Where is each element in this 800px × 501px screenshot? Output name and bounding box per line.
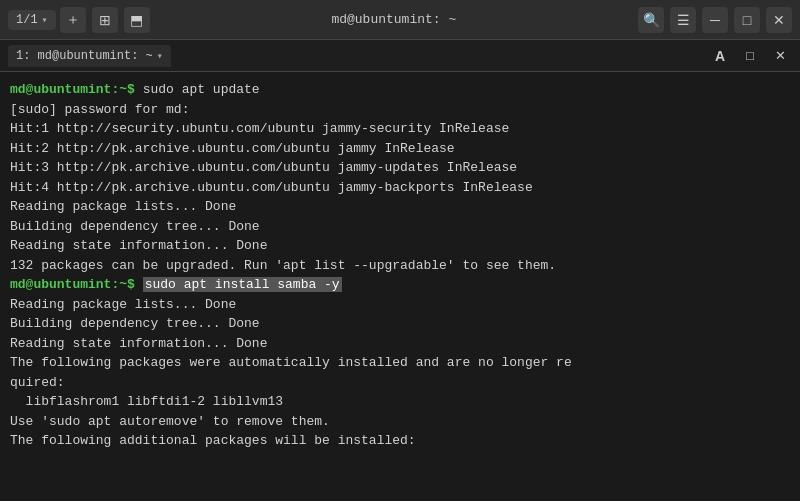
terminal-line: Hit:1 http://security.ubuntu.com/ubuntu … xyxy=(10,119,790,139)
tab-chevron-icon: ▾ xyxy=(42,14,48,26)
command: sudo apt update xyxy=(143,82,260,97)
new-tab-button[interactable]: ＋ xyxy=(60,7,86,33)
command-highlight: sudo apt install samba -y xyxy=(143,277,342,292)
terminal-line: Reading package lists... Done xyxy=(10,295,790,315)
prompt: md@ubuntumint:~$ xyxy=(10,82,143,97)
terminal-line: Reading state information... Done xyxy=(10,236,790,256)
close-tab-button[interactable]: ✕ xyxy=(768,44,792,68)
terminal-line: Hit:4 http://pk.archive.ubuntu.com/ubunt… xyxy=(10,178,790,198)
window-controls: 🔍 ☰ ─ □ ✕ xyxy=(638,7,792,33)
terminal-line: [sudo] password for md: xyxy=(10,100,790,120)
window-title: md@ubuntumint: ~ xyxy=(150,12,638,27)
terminal-line: Hit:2 http://pk.archive.ubuntu.com/ubunt… xyxy=(10,139,790,159)
terminal-line: Hit:3 http://pk.archive.ubuntu.com/ubunt… xyxy=(10,158,790,178)
text-size-button[interactable]: A xyxy=(708,44,732,68)
terminal-line: Use 'sudo apt autoremove' to remove them… xyxy=(10,412,790,432)
terminal-output[interactable]: md@ubuntumint:~$ sudo apt update[sudo] p… xyxy=(0,72,800,501)
terminal-line: Reading package lists... Done xyxy=(10,197,790,217)
terminal-line: Reading state information... Done xyxy=(10,334,790,354)
search-button[interactable]: 🔍 xyxy=(638,7,664,33)
tab-count[interactable]: 1/1 ▾ xyxy=(8,10,56,30)
terminal-line: 132 packages can be upgraded. Run 'apt l… xyxy=(10,256,790,276)
title-bar-actions: ＋ ⊞ ⬒ xyxy=(60,7,150,33)
terminal-line: quired: xyxy=(10,373,790,393)
terminal-line: The following additional packages will b… xyxy=(10,431,790,451)
tab-count-label: 1/1 xyxy=(16,13,38,27)
terminal-line: Building dependency tree... Done xyxy=(10,314,790,334)
minimize-button[interactable]: ─ xyxy=(702,7,728,33)
tab-chevron-icon: ▾ xyxy=(157,50,163,62)
active-tab-label: 1: md@ubuntumint: ~ xyxy=(16,49,153,63)
menu-button[interactable]: ☰ xyxy=(670,7,696,33)
tab-bar-right: A □ ✕ xyxy=(708,44,792,68)
action-button[interactable]: ⬒ xyxy=(124,7,150,33)
terminal-line: Building dependency tree... Done xyxy=(10,217,790,237)
terminal-line: libflashrom1 libftdi1-2 libllvm13 xyxy=(10,392,790,412)
close-button[interactable]: ✕ xyxy=(766,7,792,33)
maximize-button[interactable]: □ xyxy=(734,7,760,33)
terminal-line: md@ubuntumint:~$ sudo apt update xyxy=(10,80,790,100)
split-button[interactable]: ⊞ xyxy=(92,7,118,33)
tab-bar: 1: md@ubuntumint: ~ ▾ A □ ✕ xyxy=(0,40,800,72)
maximize-tab-button[interactable]: □ xyxy=(738,44,762,68)
tab-area: 1/1 ▾ xyxy=(8,10,56,30)
terminal-line: md@ubuntumint:~$ sudo apt install samba … xyxy=(10,275,790,295)
prompt: md@ubuntumint:~$ xyxy=(10,277,143,292)
title-bar: 1/1 ▾ ＋ ⊞ ⬒ md@ubuntumint: ~ 🔍 ☰ ─ □ ✕ xyxy=(0,0,800,40)
active-tab[interactable]: 1: md@ubuntumint: ~ ▾ xyxy=(8,45,171,67)
terminal-line: The following packages were automaticall… xyxy=(10,353,790,373)
